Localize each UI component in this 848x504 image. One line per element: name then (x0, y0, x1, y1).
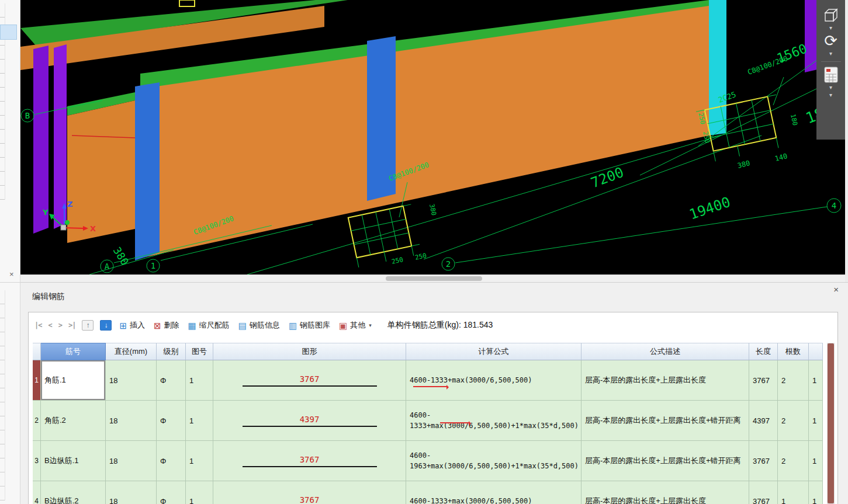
cell-figure-number[interactable]: 1 (186, 481, 213, 504)
cell-bar-name[interactable]: B边纵筋.2 (41, 481, 106, 504)
cell-formula[interactable]: 4600-1333+max(3000/6,500,500)+1*max(35*d… (406, 401, 582, 441)
rebar-library-label: 钢筋图库 (300, 320, 330, 331)
row-number[interactable]: 4 (33, 481, 41, 504)
3d-viewport[interactable]: B A 1 2 4 7200 19400 1800 1560 380 380 2… (20, 0, 845, 274)
rebar-library-button[interactable]: ▥ 钢筋图库 (288, 319, 331, 332)
dimension-label: 380 (736, 159, 750, 170)
vertical-scrollbar[interactable] (827, 343, 835, 504)
chevron-down-icon[interactable]: ▾ (829, 51, 832, 57)
cell-bar-name[interactable]: B边纵筋.1 (41, 441, 106, 481)
nav-prev-button[interactable]: < (48, 321, 51, 329)
cell-formula[interactable]: 4600-1333+max(3000/6,500,500) (406, 481, 582, 504)
insert-button[interactable]: ⊞ 插入 (118, 319, 146, 332)
cell-shape[interactable]: 4397 (213, 401, 406, 441)
header-shape[interactable]: 图形 (213, 343, 406, 360)
left-panel-edge: × (0, 0, 20, 504)
cell-shape[interactable]: 3767 (213, 360, 406, 401)
cell-grade[interactable]: Φ (157, 401, 186, 441)
cell-extra[interactable]: 1 (809, 360, 823, 401)
dimension-label: 250 (391, 256, 404, 266)
header-bar-name[interactable]: 筋号 (41, 343, 106, 360)
left-panel-row-lines (0, 290, 5, 500)
left-panel-close-icon[interactable]: × (9, 270, 14, 278)
cell-count[interactable]: 2 (778, 360, 809, 401)
delete-button[interactable]: ⊠ 删除 (153, 319, 181, 332)
cell-grade[interactable]: Φ (157, 481, 186, 504)
cell-length[interactable]: 3767 (749, 441, 778, 481)
grid-bubble-4: 4 (832, 201, 836, 210)
rebar-library-icon: ▥ (289, 321, 297, 330)
left-panel-selected-row[interactable] (0, 25, 17, 40)
header-formula-desc[interactable]: 公式描述 (582, 343, 749, 360)
cell-formula-desc[interactable]: 层高-本层的露出长度+上层露出长度+错开距离 (582, 441, 749, 481)
cell-length[interactable]: 3767 (749, 481, 778, 504)
cell-formula[interactable]: 4600-1963+max(3000/6,500,500)+1*max(35*d… (406, 441, 582, 481)
move-up-button[interactable]: ↑ (82, 320, 94, 331)
scale-rebar-button[interactable]: ▦ 缩尺配筋 (187, 319, 231, 332)
header-count[interactable]: 根数 (778, 343, 809, 360)
vertical-scrollbar-thumb[interactable] (828, 343, 834, 503)
row-number[interactable]: 1 (33, 360, 41, 401)
selection-box-partial (179, 0, 195, 6)
cell-formula[interactable]: 4600-1333+max(3000/6,500,500) (406, 360, 582, 401)
calculator-icon[interactable] (824, 67, 838, 83)
dimension-label: 19400 (687, 194, 732, 223)
header-diameter[interactable]: 直径(mm) (106, 343, 157, 360)
cell-formula-desc[interactable]: 层高-本层的露出长度+上层露出长度 (582, 360, 749, 401)
total-weight: 单构件钢筋总重(kg): 181.543 (387, 320, 493, 331)
cell-diameter[interactable]: 18 (106, 401, 157, 441)
nav-first-button[interactable]: |< (34, 321, 41, 329)
header-length[interactable]: 长度 (749, 343, 778, 360)
cell-formula-desc[interactable]: 层高-本层的露出长度+上层露出长度 (582, 481, 749, 504)
grid-bubble-1: 1 (151, 261, 155, 270)
nav-next-button[interactable]: > (58, 321, 62, 329)
panel-close-icon[interactable]: × (833, 284, 839, 294)
header-formula[interactable]: 计算公式 (406, 343, 582, 360)
cell-shape[interactable]: 3767 (213, 481, 406, 504)
cell-extra[interactable]: 1 (809, 481, 823, 504)
edit-rebar-panel: 编辑钢筋 × |< < > >| ↑ ↓ ⊞ 插入 ⊠ 删除 ▦ (20, 282, 848, 504)
cell-grade[interactable]: Φ (157, 441, 186, 481)
header-figure-number[interactable]: 图号 (186, 343, 213, 360)
cell-length[interactable]: 3767 (749, 360, 778, 401)
cell-extra[interactable]: 1 (809, 401, 823, 441)
horizontal-scrollbar-thumb[interactable] (386, 276, 482, 281)
horizontal-scrollbar[interactable] (20, 274, 845, 282)
header-grade[interactable]: 级别 (157, 343, 186, 360)
rebar-shape-line (243, 426, 377, 427)
cell-formula-desc[interactable]: 层高-本层的露出长度+上层露出长度+错开距离 (582, 401, 749, 441)
rotate-view-icon[interactable]: ⟳ (824, 33, 837, 49)
rebar-info-button[interactable]: ▤ 钢筋信息 (237, 319, 281, 332)
shape-length-value: 4397 (300, 415, 320, 424)
other-button[interactable]: ▣ 其他 ▾ (338, 319, 373, 332)
cell-count[interactable]: 2 (778, 441, 809, 481)
dimension-label: 380 (428, 203, 438, 216)
cell-diameter[interactable]: 18 (106, 360, 157, 401)
cell-figure-number[interactable]: 1 (186, 441, 213, 481)
nav-last-button[interactable]: >| (68, 321, 75, 329)
cell-diameter[interactable]: 18 (106, 441, 157, 481)
cell-length[interactable]: 4397 (749, 401, 778, 441)
formula-text: 4600-1333+max(3000/6,500,500) (410, 496, 532, 504)
cell-diameter[interactable]: 18 (106, 481, 157, 504)
cell-shape[interactable]: 3767 (213, 441, 406, 481)
cell-count[interactable]: 1 (778, 481, 809, 504)
chevron-down-icon[interactable]: ▾ (829, 25, 832, 31)
rebar-table: 筋号 直径(mm) 级别 图号 图形 计算公式 公式描述 长度 根数 1 角筋.… (33, 343, 823, 504)
header-row-number[interactable] (33, 343, 41, 360)
cell-extra[interactable]: 1 (809, 441, 823, 481)
chevron-down-icon[interactable]: ▾ (829, 85, 832, 91)
header-extra[interactable] (809, 343, 823, 360)
cell-bar-name[interactable]: 角筋.1 (41, 360, 106, 401)
move-down-button[interactable]: ↓ (100, 320, 112, 331)
chevron-down-icon[interactable]: ▾ (829, 92, 832, 98)
view-cube-icon[interactable] (823, 7, 839, 23)
cell-grade[interactable]: Φ (157, 360, 186, 401)
view-toolbar: ▾ ⟳ ▾ ▾ ▾ (816, 0, 845, 140)
cell-count[interactable]: 2 (778, 401, 809, 441)
row-number[interactable]: 3 (33, 441, 41, 481)
cell-figure-number[interactable]: 1 (186, 401, 213, 441)
cell-figure-number[interactable]: 1 (186, 360, 213, 401)
cell-bar-name[interactable]: 角筋.2 (41, 401, 106, 441)
row-number[interactable]: 2 (33, 401, 41, 441)
